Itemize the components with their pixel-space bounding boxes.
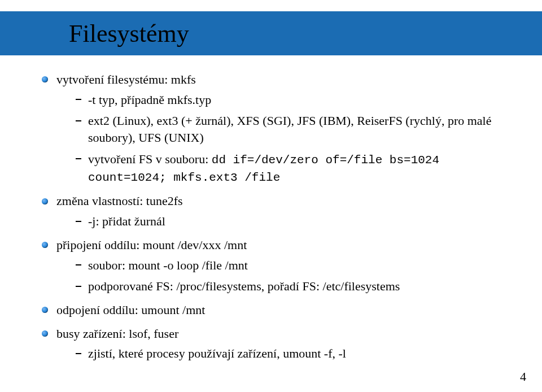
list-item: -t typ, případně mkfs.typ xyxy=(76,92,510,108)
item-text: -t typ, případně mkfs.typ xyxy=(88,93,211,107)
item-text: soubor: mount -o loop /file /mnt xyxy=(88,258,248,272)
list-item: vytvoření FS v souboru: dd if=/dev/zero … xyxy=(76,151,510,186)
list-item: ext2 (Linux), ext3 (+ žurnál), XFS (SGI)… xyxy=(76,112,510,146)
list-item: busy zařízení: lsof, fuser zjistí, které… xyxy=(42,325,510,362)
bullet-icon xyxy=(42,330,48,337)
item-text: busy zařízení: lsof, fuser xyxy=(56,326,178,341)
item-text: odpojení oddílu: umount /mnt xyxy=(56,303,205,317)
slide-title: Filesystémy xyxy=(69,19,189,48)
item-text: vytvoření FS v souboru: dd if=/dev/zero … xyxy=(88,152,439,184)
list-item: soubor: mount -o loop /file /mnt xyxy=(76,257,510,274)
list-item: podporované FS: /proc/filesystems, pořad… xyxy=(76,278,510,295)
dash-icon xyxy=(76,221,81,222)
dash-icon xyxy=(76,353,81,354)
list-item: připojení oddílu: mount /dev/xxx /mnt so… xyxy=(42,237,510,295)
dash-icon xyxy=(76,99,81,100)
item-text: vytvoření filesystému: mkfs xyxy=(56,72,196,86)
title-bar: Filesystémy xyxy=(0,11,542,55)
bullet-icon xyxy=(42,242,48,248)
list-item: -j: přidat žurnál xyxy=(76,213,510,230)
dash-icon xyxy=(76,158,81,159)
item-text: podporované FS: /proc/filesystems, pořad… xyxy=(88,279,400,293)
item-text: připojení oddílu: mount /dev/xxx /mnt xyxy=(56,238,247,252)
dash-icon xyxy=(76,286,81,287)
list-item: zjistí, které procesy používají zařízení… xyxy=(76,345,510,362)
bullet-icon xyxy=(42,76,48,82)
list-item: vytvoření filesystému: mkfs -t typ, příp… xyxy=(42,71,510,186)
bullet-icon xyxy=(42,307,48,313)
slide-body: vytvoření filesystému: mkfs -t typ, příp… xyxy=(42,71,510,369)
dash-icon xyxy=(76,120,81,121)
item-text: změna vlastností: tune2fs xyxy=(56,194,183,208)
list-item: změna vlastností: tune2fs -j: přidat žur… xyxy=(42,193,510,229)
item-text: zjistí, které procesy používají zařízení… xyxy=(88,346,346,360)
bullet-icon xyxy=(42,198,48,204)
list-item: odpojení oddílu: umount /mnt xyxy=(42,302,510,319)
page-number: 4 xyxy=(520,369,526,384)
item-text: -j: přidat žurnál xyxy=(88,214,165,228)
dash-icon xyxy=(76,264,81,265)
item-text: ext2 (Linux), ext3 (+ žurnál), XFS (SGI)… xyxy=(88,114,491,145)
